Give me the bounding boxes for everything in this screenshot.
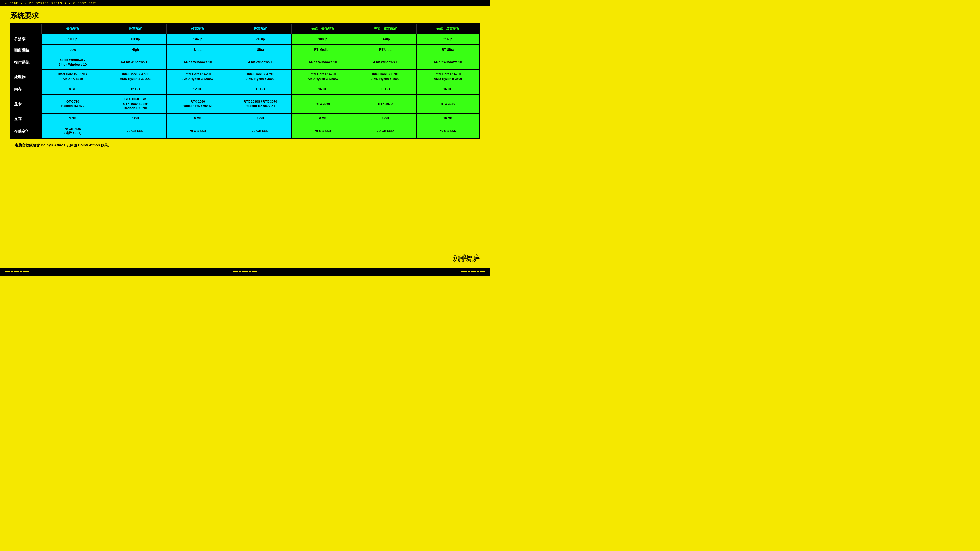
table-cell: 8 GB xyxy=(229,113,292,124)
table-cell: RTX 3080 xyxy=(417,95,479,114)
table-cell: Intel Core i7-4790 AMD Ryzen 3 3200G xyxy=(104,70,167,84)
table-header-row: 最低配置 推荐配置 超高配置 极高配置 光追 - 最低配置 光追 - 超高配置 … xyxy=(11,24,479,34)
table-cell: 64-bit Windows 10 xyxy=(292,56,354,70)
table-cell: 64-bit Windows 10 xyxy=(417,56,479,70)
table-cell: 70 GB SSD xyxy=(229,124,292,138)
row-label: 画面档位 xyxy=(11,44,41,56)
seg2 xyxy=(11,271,13,272)
table-cell: GTX 1060 6GB GTX 1660 Super Radeon RX 59… xyxy=(104,95,167,114)
table-cell: 70 GB SSD xyxy=(292,124,354,138)
table-cell: 70 GB SSD xyxy=(354,124,417,138)
seg7 xyxy=(239,271,242,272)
table-cell: Ultra xyxy=(167,44,229,56)
seg8 xyxy=(242,271,248,272)
corner-br xyxy=(475,135,480,139)
table-cell: High xyxy=(104,44,167,56)
table-cell: Intel Core i7-4790 AMD Ryzen 5 3600 xyxy=(229,70,292,84)
table-cell: 12 GB xyxy=(104,84,167,95)
table-cell: Low xyxy=(41,44,104,56)
table-cell: 1440p xyxy=(167,34,229,44)
table-cell: RTX 2060 xyxy=(292,95,354,114)
table-cell: 64-bit Windows 10 xyxy=(104,56,167,70)
col-header-rt-ultra: 光追 - 超高配置 xyxy=(354,24,417,34)
table-row: 处理器Intel Core i5-3570K AMD FX-8310Intel … xyxy=(11,70,479,84)
col-header-ultra: 超高配置 xyxy=(167,24,229,34)
table-cell: RTX 2080S / RTX 3070 Radeon RX 6800 XT xyxy=(229,95,292,114)
table-cell: 16 GB xyxy=(417,84,479,95)
bottom-center-segments xyxy=(233,271,257,272)
table-cell: 12 GB xyxy=(167,84,229,95)
row-label: 处理器 xyxy=(11,70,41,84)
bottom-bar xyxy=(0,268,490,275)
table-cell: 6 GB xyxy=(167,113,229,124)
seg14 xyxy=(477,271,479,272)
bottom-left-segments xyxy=(5,271,29,272)
table-cell: Intel Core i7-4790 AMD Ryzen 3 3200G xyxy=(167,70,229,84)
table-row: 显存3 GB6 GB6 GB8 GB6 GB8 GB10 GB xyxy=(11,113,479,124)
table-row: 分辨率1080p1080p1440p2160p1080p1440p2160p xyxy=(11,34,479,44)
table-cell: Intel Core i7-6700 AMD Ryzen 5 3600 xyxy=(354,70,417,84)
table-cell: 64-bit Windows 10 xyxy=(167,56,229,70)
col-header-recommended: 推荐配置 xyxy=(104,24,167,34)
table-cell: RT Ultra xyxy=(354,44,417,56)
seg1 xyxy=(5,271,10,272)
table-cell: 64-bit Windows 7 64-bit Windows 10 xyxy=(41,56,104,70)
table-cell: 64-bit Windows 10 xyxy=(354,56,417,70)
row-label: 存储空间 xyxy=(11,124,41,138)
top-bar-text: < CODE > ( PC SYSTEM SPECS ) - C 5332.59… xyxy=(5,2,97,5)
table-cell: Intel Core i5-3570K AMD FX-8310 xyxy=(41,70,104,84)
seg3 xyxy=(14,271,19,272)
table-cell: 70 GB SSD xyxy=(417,124,479,138)
seg5 xyxy=(24,271,29,272)
col-header-rt-min: 光追 - 最低配置 xyxy=(292,24,354,34)
table-cell: Intel Core i7-6700 AMD Ryzen 5 3600 xyxy=(417,70,479,84)
corner-tl xyxy=(10,23,15,28)
bottom-right-segments xyxy=(461,271,485,272)
table-cell: GTX 780 Radeon RX 470 xyxy=(41,95,104,114)
table-cell: 16 GB xyxy=(229,84,292,95)
table-row: 显卡GTX 780 Radeon RX 470GTX 1060 6GB GTX … xyxy=(11,95,479,114)
table-cell: RTX 2060 Radeon RX 5700 XT xyxy=(167,95,229,114)
row-label: 显存 xyxy=(11,113,41,124)
table-row: 画面档位LowHighUltraUltraRT MediumRT UltraRT… xyxy=(11,44,479,56)
col-header-min: 最低配置 xyxy=(41,24,104,34)
table-cell: Ultra xyxy=(229,44,292,56)
table-cell: 8 GB xyxy=(354,113,417,124)
col-header-rt-extreme: 光追 - 极高配置 xyxy=(417,24,479,34)
seg11 xyxy=(461,271,466,272)
table-cell: 16 GB xyxy=(292,84,354,95)
table-cell: RT Medium xyxy=(292,44,354,56)
table-cell: 16 GB xyxy=(354,84,417,95)
table-cell: 10 GB xyxy=(417,113,479,124)
seg6 xyxy=(233,271,239,272)
table-row: 操作系统64-bit Windows 7 64-bit Windows 1064… xyxy=(11,56,479,70)
watermark: 知乎用户 xyxy=(453,254,480,263)
table-cell: 2160p xyxy=(417,34,479,44)
table-cell: RT Ultra xyxy=(417,44,479,56)
seg9 xyxy=(248,271,251,272)
seg15 xyxy=(480,271,485,272)
seg13 xyxy=(471,271,476,272)
row-label: 内存 xyxy=(11,84,41,95)
table-cell: 2160p xyxy=(229,34,292,44)
table-cell: 6 GB xyxy=(292,113,354,124)
table-cell: 1080p xyxy=(292,34,354,44)
seg4 xyxy=(21,271,22,272)
bottom-note: → 电脑音效须包含 Dolby® Atmos 以体验 Dolby Atmos 效… xyxy=(0,139,490,152)
row-label: 显卡 xyxy=(11,95,41,114)
corner-bl xyxy=(10,135,15,139)
col-header-label xyxy=(11,24,41,34)
table-cell: Intel Core i7-4790 AMD Ryzen 3 3200G xyxy=(292,70,354,84)
row-label: 分辨率 xyxy=(11,34,41,44)
seg12 xyxy=(468,271,469,272)
table-cell: 1440p xyxy=(354,34,417,44)
specs-table-container: 最低配置 推荐配置 超高配置 极高配置 光追 - 最低配置 光追 - 超高配置 … xyxy=(10,23,480,139)
table-cell: 8 GB xyxy=(41,84,104,95)
page-title: 系统要求 xyxy=(0,6,490,23)
top-bar: < CODE > ( PC SYSTEM SPECS ) - C 5332.59… xyxy=(0,0,490,6)
table-cell: 6 GB xyxy=(104,113,167,124)
table-cell: 70 GB SSD xyxy=(104,124,167,138)
seg10 xyxy=(251,271,257,272)
table-cell: 70 GB SSD xyxy=(167,124,229,138)
table-cell: RTX 3070 xyxy=(354,95,417,114)
